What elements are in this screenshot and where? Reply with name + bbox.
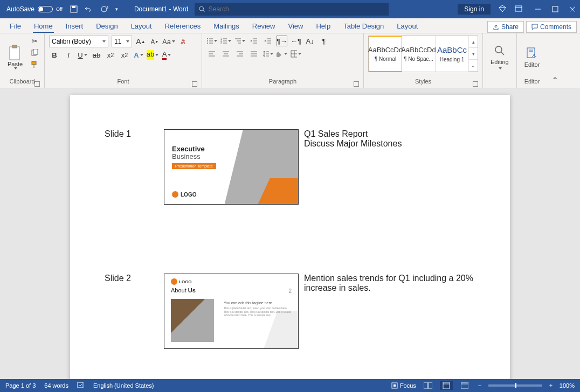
qat-dropdown-icon[interactable]: ▾	[115, 6, 118, 12]
text-effects-icon[interactable]: A	[133, 50, 144, 60]
diamond-icon[interactable]	[498, 4, 507, 15]
tab-help[interactable]: Help	[309, 19, 337, 33]
underline-icon[interactable]: U	[77, 50, 88, 60]
chevron-down-icon	[14, 67, 17, 69]
close-icon[interactable]	[569, 6, 576, 12]
bullets-icon[interactable]	[206, 36, 217, 46]
editing-button[interactable]: Editing	[487, 43, 512, 72]
style-normal[interactable]: AaBbCcDd¶ Normal	[369, 36, 402, 72]
shading-icon[interactable]	[277, 48, 287, 59]
web-layout-icon[interactable]	[458, 381, 471, 390]
focus-button[interactable]: Focus	[391, 382, 416, 389]
language-status[interactable]: English (United States)	[93, 382, 154, 389]
copy-icon[interactable]	[29, 47, 40, 58]
italic-icon[interactable]: I	[63, 50, 74, 60]
minimize-icon[interactable]	[535, 6, 541, 12]
decrease-indent-icon[interactable]	[248, 36, 259, 46]
comment-icon	[531, 24, 538, 30]
read-mode-icon[interactable]	[422, 381, 434, 390]
comments-button[interactable]: Comments	[526, 21, 577, 33]
clear-format-icon[interactable]: A̷	[177, 36, 188, 47]
tab-table-design[interactable]: Table Design	[337, 19, 390, 33]
ribbon-mode-icon[interactable]	[514, 4, 523, 15]
zoom-out-icon[interactable]: −	[477, 382, 483, 389]
tab-review[interactable]: Review	[246, 19, 282, 33]
paste-button[interactable]: Paste	[4, 36, 26, 78]
shrink-font-icon[interactable]: A▼	[149, 36, 160, 47]
justify-icon[interactable]	[248, 48, 259, 59]
format-painter-icon[interactable]	[29, 59, 40, 70]
share-button[interactable]: Share	[487, 21, 524, 33]
maximize-icon[interactable]	[552, 6, 558, 12]
zoom-in-icon[interactable]: +	[548, 382, 554, 389]
tab-table-layout[interactable]: Layout	[390, 19, 424, 33]
ltr-icon[interactable]: ¶→	[277, 36, 287, 46]
show-marks-icon[interactable]: ¶	[319, 36, 329, 46]
font-dialog-icon[interactable]	[192, 81, 197, 87]
line-spacing-icon[interactable]	[263, 48, 273, 59]
styles-gallery[interactable]: AaBbCcDd¶ Normal AaBbCcDd¶ No Spac... Aa…	[368, 36, 478, 72]
rtl-icon[interactable]: ←¶	[291, 36, 301, 46]
increase-indent-icon[interactable]	[263, 36, 273, 46]
font-size-combo[interactable]: 11	[112, 36, 132, 47]
cut-icon[interactable]: ✂	[29, 36, 40, 46]
tab-file[interactable]: File	[3, 19, 27, 33]
clipboard-dialog-icon[interactable]	[34, 81, 40, 87]
svg-rect-63	[393, 384, 396, 387]
slide2-page: 2	[288, 288, 292, 294]
autosave-label: AutoSave	[6, 5, 34, 13]
search-input[interactable]	[209, 5, 385, 13]
superscript-icon[interactable]: x2	[119, 50, 130, 60]
font-family-combo[interactable]: Calibri (Body)	[49, 36, 108, 47]
table-row: Slide 1 Executive Business Presentation …	[102, 127, 478, 207]
font-size-value: 11	[114, 38, 121, 45]
borders-icon[interactable]	[291, 48, 301, 59]
strike-icon[interactable]: ab	[91, 50, 102, 60]
save-icon[interactable]	[70, 5, 78, 13]
tab-mailings[interactable]: Mailings	[207, 19, 246, 33]
search-box[interactable]	[195, 3, 389, 16]
notes-cell[interactable]: Mention sales trends for Q1 including a …	[302, 271, 478, 351]
align-left-icon[interactable]	[206, 48, 217, 59]
autosave-toggle[interactable]: AutoSave Off	[6, 5, 63, 13]
print-layout-icon[interactable]	[440, 381, 453, 390]
status-bar: Page 1 of 3 64 words English (United Sta…	[0, 379, 580, 392]
tab-references[interactable]: References	[158, 19, 207, 33]
sort-icon[interactable]: A↓	[305, 36, 315, 46]
styles-dialog-icon[interactable]	[473, 81, 478, 87]
collapse-ribbon-icon[interactable]: ⌃	[551, 75, 558, 86]
signin-button[interactable]: Sign in	[458, 4, 491, 15]
tab-view[interactable]: View	[281, 19, 309, 33]
notes-cell[interactable]: Q1 Sales Report Discuss Major Milestones	[302, 127, 478, 207]
align-right-icon[interactable]	[234, 48, 245, 59]
grow-font-icon[interactable]: A▲	[135, 36, 146, 47]
share-icon	[493, 24, 499, 30]
undo-icon[interactable]	[84, 5, 94, 13]
tab-layout[interactable]: Layout	[125, 19, 158, 33]
tab-insert[interactable]: Insert	[59, 19, 90, 33]
redo-icon[interactable]	[100, 5, 109, 13]
numbering-icon[interactable]: 123	[220, 36, 231, 46]
page-status[interactable]: Page 1 of 3	[5, 382, 36, 389]
word-count[interactable]: 64 words	[44, 382, 68, 389]
change-case-icon[interactable]: Aa	[163, 36, 174, 47]
autosave-switch[interactable]	[38, 6, 53, 12]
editor-button[interactable]: Editor	[521, 44, 543, 70]
styles-expand[interactable]: ▴▾⌄	[469, 36, 478, 72]
proofing-icon[interactable]	[77, 381, 85, 390]
paragraph-dialog-icon[interactable]	[354, 81, 359, 87]
document-area[interactable]: Slide 1 Executive Business Presentation …	[0, 88, 580, 379]
zoom-slider[interactable]	[488, 384, 542, 387]
align-center-icon[interactable]	[220, 48, 231, 59]
style-no-spacing[interactable]: AaBbCcDd¶ No Spac...	[402, 36, 436, 72]
multilevel-icon[interactable]	[234, 36, 245, 46]
bold-icon[interactable]: B	[49, 50, 60, 60]
style-heading1[interactable]: AaBbCcHeading 1	[436, 36, 469, 72]
highlight-icon[interactable]: ab	[147, 50, 158, 60]
font-color-icon[interactable]: A	[161, 50, 172, 60]
tab-home[interactable]: Home	[27, 19, 59, 33]
svg-line-4	[203, 10, 205, 12]
tab-design[interactable]: Design	[89, 19, 124, 33]
zoom-value[interactable]: 100%	[560, 382, 575, 389]
subscript-icon[interactable]: x2	[105, 50, 116, 60]
